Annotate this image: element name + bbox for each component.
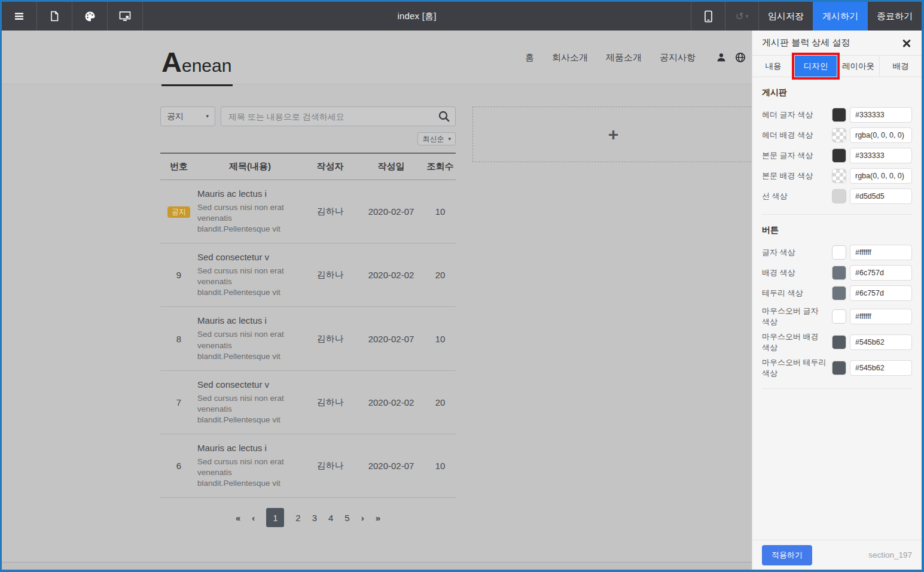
- setting-label: 마우스오버 테두리 색상: [762, 357, 832, 378]
- col-title: 제목(내용): [197, 154, 303, 179]
- color-swatch[interactable]: [832, 169, 846, 183]
- panel-body: 게시판 헤더 글자 색상 헤더 배경 색상 본문 글자 색상: [752, 77, 922, 540]
- page-number-button[interactable]: 1: [266, 508, 284, 527]
- color-setting-row: 테두리 색상: [762, 285, 912, 301]
- page-last-button[interactable]: »: [376, 513, 380, 523]
- color-value-input[interactable]: [850, 188, 912, 204]
- post-title[interactable]: Sed consectetur v: [197, 252, 303, 262]
- color-swatch[interactable]: [832, 286, 846, 300]
- page-first-button[interactable]: «: [236, 513, 240, 523]
- table-row[interactable]: 공지 Mauris ac lectus i Sed cursus nisi no…: [160, 180, 456, 244]
- color-value-input[interactable]: [850, 265, 912, 281]
- color-value-input[interactable]: [850, 168, 912, 184]
- post-title[interactable]: Sed consectetur v: [197, 379, 303, 390]
- color-value-input[interactable]: [850, 360, 912, 376]
- nav-item-products[interactable]: 제품소개: [606, 52, 642, 63]
- table-row[interactable]: 9 Sed consectetur v Sed cursus nisi non …: [160, 244, 456, 307]
- tab-design[interactable]: 디자인: [795, 56, 837, 77]
- post-views: 20: [425, 397, 456, 407]
- post-author: 김하나: [303, 460, 358, 471]
- theme-button[interactable]: [72, 2, 108, 31]
- site-footer: [2, 562, 752, 570]
- publish-button[interactable]: 게시하기: [813, 2, 868, 31]
- color-swatch[interactable]: [832, 108, 846, 122]
- color-swatch[interactable]: [832, 189, 846, 203]
- page-number-button[interactable]: 4: [328, 513, 333, 523]
- table-row[interactable]: 7 Sed consectetur v Sed cursus nisi non …: [160, 371, 456, 434]
- site-nav: 홈 회사소개 제품소개 공지사항: [525, 31, 746, 84]
- color-swatch[interactable]: [832, 335, 846, 349]
- page-prev-button[interactable]: ‹: [252, 513, 255, 523]
- category-select[interactable]: 공지 ▾: [160, 107, 215, 126]
- color-swatch[interactable]: [832, 148, 846, 163]
- color-value-input[interactable]: [850, 334, 912, 350]
- color-value-input[interactable]: [850, 148, 912, 163]
- post-title[interactable]: Mauris ac lectus i: [197, 443, 303, 453]
- section-heading-button: 버튼: [762, 225, 912, 236]
- color-value-input[interactable]: [850, 245, 912, 260]
- board-search-input[interactable]: [221, 107, 456, 126]
- search-button[interactable]: [438, 110, 450, 123]
- color-value-input[interactable]: [850, 285, 912, 301]
- plus-icon: +: [608, 126, 619, 144]
- site-canvas: Aenean 홈 회사소개 제품소개 공지사항: [2, 31, 752, 570]
- globe-icon[interactable]: [735, 52, 746, 63]
- section-id-label: section_197: [868, 550, 912, 559]
- page-number-button[interactable]: 3: [312, 513, 317, 523]
- color-setting-row: 배경 색상: [762, 265, 912, 281]
- desktop-preview-button[interactable]: [108, 2, 143, 31]
- setting-label: 헤더 글자 색상: [762, 109, 832, 120]
- color-swatch[interactable]: [832, 128, 846, 142]
- nav-item-home[interactable]: 홈: [525, 52, 534, 63]
- color-swatch[interactable]: [832, 266, 846, 280]
- table-row[interactable]: 8 Mauris ac lectus i Sed cursus nisi non…: [160, 307, 456, 370]
- post-views: 10: [425, 334, 456, 344]
- apply-button[interactable]: 적용하기: [762, 545, 812, 565]
- nav-item-company[interactable]: 회사소개: [552, 52, 588, 63]
- setting-label: 마우스오버 배경 색상: [762, 331, 832, 352]
- color-value-input[interactable]: [850, 309, 912, 324]
- color-swatch[interactable]: [832, 309, 846, 324]
- post-number: 7: [160, 397, 197, 407]
- tab-layout[interactable]: 레이아웃: [837, 56, 880, 77]
- tab-content[interactable]: 내용: [752, 56, 795, 77]
- col-views: 조회수: [425, 154, 456, 179]
- divider: [762, 214, 912, 215]
- chevron-down-icon: ▾: [448, 136, 451, 142]
- undo-icon: ↺: [736, 10, 744, 23]
- post-number: 6: [160, 461, 197, 471]
- post-date: 2020-02-02: [358, 270, 425, 280]
- sort-select[interactable]: 최신순 ▾: [417, 132, 456, 145]
- exit-button[interactable]: 종료하기: [868, 2, 922, 31]
- post-title[interactable]: Mauris ac lectus i: [197, 188, 303, 199]
- site-header: Aenean 홈 회사소개 제품소개 공지사항: [2, 31, 752, 84]
- add-block-dropzone[interactable]: +: [472, 107, 752, 162]
- section-heading-board: 게시판: [762, 87, 912, 98]
- mobile-preview-button[interactable]: [691, 2, 725, 31]
- undo-button[interactable]: ↺ ▾: [725, 2, 759, 31]
- setting-label: 본문 글자 색상: [762, 150, 832, 161]
- setting-label: 배경 색상: [762, 267, 832, 278]
- nav-item-notice[interactable]: 공지사항: [660, 52, 696, 63]
- search-icon: [438, 110, 450, 123]
- page-number-button[interactable]: 2: [295, 513, 300, 523]
- post-title[interactable]: Mauris ac lectus i: [197, 315, 303, 325]
- color-swatch[interactable]: [832, 245, 846, 260]
- divider: [762, 388, 912, 389]
- color-value-input[interactable]: [850, 127, 912, 143]
- user-icon[interactable]: [716, 52, 727, 63]
- page-next-button[interactable]: ›: [361, 513, 364, 523]
- post-date: 2020-02-02: [358, 397, 425, 407]
- panel-title: 게시판 블럭 상세 설정: [762, 37, 901, 48]
- site-logo[interactable]: Aenean: [161, 41, 233, 86]
- close-icon[interactable]: [901, 38, 912, 48]
- color-setting-row: 글자 색상: [762, 245, 912, 260]
- tab-background[interactable]: 배경: [880, 56, 922, 77]
- page-number-button[interactable]: 5: [344, 513, 349, 523]
- menu-button[interactable]: [2, 2, 37, 31]
- temp-save-button[interactable]: 임시저장: [759, 2, 813, 31]
- color-value-input[interactable]: [850, 107, 912, 123]
- pages-button[interactable]: [37, 2, 72, 31]
- table-row[interactable]: 6 Mauris ac lectus i Sed cursus nisi non…: [160, 434, 456, 498]
- color-swatch[interactable]: [832, 361, 846, 375]
